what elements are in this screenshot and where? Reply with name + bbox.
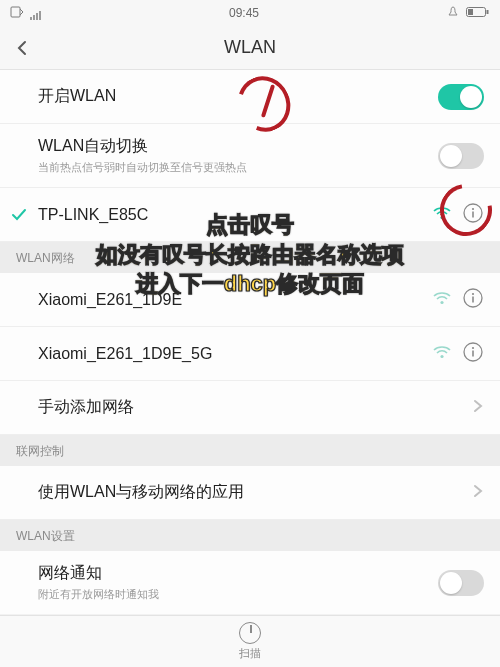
connected-network-name: TP-LINK_E85C	[38, 206, 432, 224]
wifi-icon	[432, 290, 452, 310]
wifi-icon	[432, 344, 452, 364]
section-header-settings: WLAN设置	[0, 520, 500, 551]
svg-point-13	[440, 354, 443, 357]
svg-rect-3	[468, 9, 473, 15]
apps-usage-label: 使用WLAN与移动网络的应用	[38, 482, 472, 503]
wlan-enable-toggle[interactable]	[438, 84, 484, 110]
connected-network-row[interactable]: TP-LINK_E85C	[0, 188, 500, 242]
svg-rect-16	[472, 350, 474, 356]
sim-icon	[10, 6, 24, 21]
chevron-right-icon	[472, 484, 484, 502]
status-bar: 09:45	[0, 0, 500, 26]
svg-point-6	[472, 207, 474, 209]
wlan-autoswitch-row[interactable]: WLAN自动切换 当前热点信号弱时自动切换至信号更强热点	[0, 124, 500, 188]
network-name: Xiaomi_E261_1D9E_5G	[38, 345, 432, 363]
svg-point-15	[472, 346, 474, 348]
wlan-autoswitch-label: WLAN自动切换 当前热点信号弱时自动切换至信号更强热点	[38, 136, 438, 175]
nav-bar: WLAN	[0, 26, 500, 70]
wlan-autoswitch-sub: 当前热点信号弱时自动切换至信号更强热点	[38, 160, 438, 175]
network-row[interactable]: Xiaomi_E261_1D9E	[0, 273, 500, 327]
chevron-left-icon	[14, 40, 30, 56]
svg-point-4	[440, 215, 443, 218]
manual-add-label: 手动添加网络	[38, 397, 472, 418]
network-row[interactable]: Xiaomi_E261_1D9E_5G	[0, 327, 500, 381]
scan-label: 扫描	[239, 646, 261, 661]
scan-button[interactable]: 扫描	[239, 622, 261, 661]
signal-icon	[30, 6, 42, 20]
network-notify-toggle[interactable]	[438, 570, 484, 596]
page-title: WLAN	[0, 37, 500, 58]
info-icon[interactable]	[462, 341, 484, 367]
chevron-right-icon	[472, 399, 484, 417]
network-notify-sub: 附近有开放网络时通知我	[38, 587, 438, 602]
section-header-networks: WLAN网络	[0, 242, 500, 273]
scan-icon	[239, 622, 261, 644]
svg-point-8	[440, 300, 443, 303]
network-notify-row[interactable]: 网络通知 附近有开放网络时通知我	[0, 551, 500, 614]
svg-rect-12	[472, 296, 474, 302]
section-header-control: 联网控制	[0, 435, 500, 466]
wlan-autoswitch-toggle[interactable]	[438, 143, 484, 169]
check-icon	[0, 206, 38, 224]
wlan-enable-row[interactable]: 开启WLAN	[0, 70, 500, 124]
silent-icon	[446, 5, 460, 22]
svg-point-11	[472, 292, 474, 294]
svg-rect-7	[472, 211, 474, 217]
back-button[interactable]	[0, 26, 44, 70]
battery-icon	[466, 6, 490, 21]
info-icon[interactable]	[462, 287, 484, 313]
apps-usage-row[interactable]: 使用WLAN与移动网络的应用	[0, 466, 500, 520]
tab-bar: 扫描	[0, 615, 500, 667]
status-time: 09:45	[229, 6, 259, 20]
svg-rect-0	[11, 7, 20, 17]
info-icon[interactable]	[462, 202, 484, 228]
wifi-icon	[432, 205, 452, 225]
wlan-enable-label: 开启WLAN	[38, 86, 438, 107]
svg-rect-2	[487, 10, 489, 14]
svg-rect-9	[433, 296, 438, 304]
network-name: Xiaomi_E261_1D9E	[38, 291, 432, 309]
manual-add-row[interactable]: 手动添加网络	[0, 381, 500, 435]
network-notify-label: 网络通知 附近有开放网络时通知我	[38, 563, 438, 602]
